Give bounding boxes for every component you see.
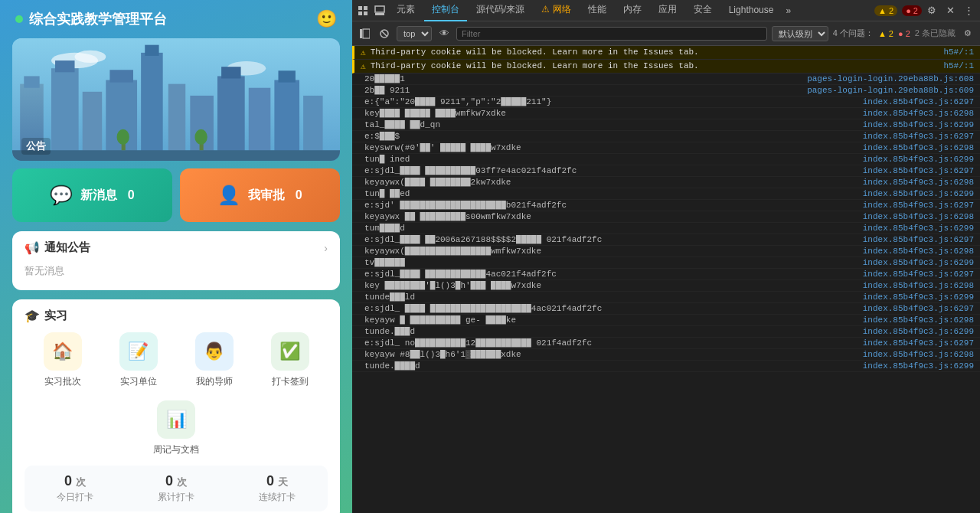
- log-link-2[interactable]: index.85b4f9c3.js:6297: [863, 97, 974, 106]
- log-text-3: key████ █████ ████wmfkw7xdke: [364, 109, 857, 118]
- svg-rect-7: [55, 60, 74, 72]
- tab-application[interactable]: 应用: [651, 0, 684, 21]
- log-link-15[interactable]: index.85b4f9c3.js:6298: [863, 247, 974, 256]
- log-link-22[interactable]: index.85b4f9c3.js:6299: [863, 327, 974, 336]
- intern-item-weekly[interactable]: 📊 周记与文档: [153, 400, 199, 456]
- log-link-18[interactable]: index.85b4f9c3.js:6298: [863, 281, 974, 290]
- sidebar-toggle-btn[interactable]: [357, 26, 372, 41]
- my-approval-card[interactable]: 👤 我审批 0: [180, 168, 340, 222]
- issues-label: 4 个问题：: [833, 28, 874, 39]
- log-line-19: tunde███ld index.85b4f9c3.js:6299: [352, 292, 980, 303]
- devtools-panel-icon[interactable]: [355, 3, 371, 18]
- log-text-22: tunde.███d: [364, 327, 857, 336]
- clear-console-btn[interactable]: [377, 26, 392, 41]
- log-link-16[interactable]: index.85b4f9c3.js:6299: [863, 258, 974, 267]
- svg-rect-32: [360, 29, 362, 38]
- log-text-18: key ████████'█l()3█h'███ ████w7xdke: [364, 281, 857, 290]
- notice-icon: 📢: [24, 240, 40, 255]
- context-select[interactable]: top: [397, 26, 432, 41]
- svg-rect-17: [249, 88, 271, 161]
- log-link-12[interactable]: index.85b4f9c3.js:6298: [863, 212, 974, 221]
- log-link-17[interactable]: index.85b4f9c3.js:6297: [863, 270, 974, 279]
- log-link-9[interactable]: index.85b4f9c3.js:6298: [863, 178, 974, 187]
- log-text-16: tv██████: [364, 258, 857, 267]
- log-link-4[interactable]: index.85b4f9c3.js:6299: [863, 120, 974, 129]
- notice-arrow[interactable]: ›: [324, 242, 328, 254]
- tab-overflow-btn[interactable]: »: [782, 5, 794, 16]
- tab-memory[interactable]: 内存: [616, 0, 649, 21]
- tab-security[interactable]: 安全: [686, 0, 720, 21]
- notice-empty-text: 暂无消息: [24, 261, 328, 281]
- log-text-23: e:sjdl_ no██████████12███████████ 021f4a…: [364, 338, 857, 348]
- log-line-1: 2b██ 9211 pages-login-login.29eba88b.js:…: [352, 85, 980, 96]
- log-link-3[interactable]: index.85b4f9c3.js:6298: [863, 109, 974, 118]
- devtools-gear-btn[interactable]: ⚙: [923, 2, 940, 19]
- svg-rect-26: [358, 6, 362, 10]
- eye-icon-btn[interactable]: 👁: [436, 26, 452, 41]
- intern-item-tutor[interactable]: 👨 我的导师: [195, 332, 234, 388]
- new-message-card[interactable]: 💬 新消息 0: [12, 168, 172, 222]
- log-level-select[interactable]: 默认级别: [772, 26, 828, 41]
- devtools-console-toolbar: top 👁 默认级别 4 个问题： ▲ 2 ● 2 2 条已隐藏 ⚙: [352, 21, 980, 46]
- total-checkin-unit: 次: [177, 476, 187, 488]
- log-link-19[interactable]: index.85b4f9c3.js:6299: [863, 292, 974, 302]
- tab-elements[interactable]: 元素: [389, 0, 423, 21]
- log-text-14: e:sjdl_████ ██2006a267188$$$$2█████ 021f…: [364, 235, 857, 244]
- log-link-23[interactable]: index.85b4f9c3.js:6297: [863, 338, 974, 348]
- log-link-1[interactable]: pages-login-login.29eba88b.js:609: [807, 86, 974, 95]
- warn-link-1[interactable]: h5#/:1: [943, 47, 974, 57]
- log-link-21[interactable]: index.85b4f9c3.js:6298: [863, 315, 974, 325]
- tab-network[interactable]: ⚠ 网络: [534, 0, 578, 21]
- log-line-2: e:{"a":"20████ 9211","p":"2█████211"} in…: [352, 96, 980, 108]
- warn-text-1: Third-party cookie will be blocked. Lear…: [371, 47, 938, 57]
- devtools-close-btn[interactable]: ✕: [942, 2, 959, 19]
- log-line-24: keyayw #8██l()3█h6'1▒██████xdke index.85…: [352, 349, 980, 361]
- approval-icon: 👤: [217, 185, 240, 206]
- log-line-25: tunde.████d index.85b4f9c3.js:6299: [352, 361, 980, 372]
- log-link-13[interactable]: index.85b4f9c3.js:6299: [863, 224, 974, 233]
- log-link-5[interactable]: index.85b4f9c3.js:6297: [863, 132, 974, 141]
- tab-console[interactable]: 控制台: [424, 0, 467, 21]
- log-link-10[interactable]: index.85b4f9c3.js:6299: [863, 189, 974, 198]
- log-text-15: keyaywx(█████████████████wmfkw7xdke: [364, 247, 857, 256]
- intern-item-checkin[interactable]: ✅ 打卡签到: [271, 332, 309, 388]
- log-link-6[interactable]: index.85b4f9c3.js:6298: [863, 143, 974, 152]
- svg-rect-10: [109, 70, 133, 82]
- log-link-14[interactable]: index.85b4f9c3.js:6297: [863, 235, 974, 244]
- log-line-10: tun█ ██ed index.85b4f9c3.js:6299: [352, 188, 980, 200]
- devtools-more-btn[interactable]: ⋮: [960, 2, 977, 19]
- intern-item-batch[interactable]: 🏠 实习批次: [44, 332, 82, 388]
- warn-link-2[interactable]: h5#/:1: [943, 61, 974, 70]
- intern-tutor-icon-wrap: 👨: [195, 332, 234, 371]
- console-settings-btn[interactable]: ⚙: [960, 26, 975, 41]
- log-link-25[interactable]: index.85b4f9c3.js:6299: [863, 361, 974, 371]
- console-messages-area[interactable]: ⚠ Third-party cookie will be blocked. Le…: [352, 46, 980, 513]
- log-line-14: e:sjdl_████ ██2006a267188$$$$2█████ 021f…: [352, 234, 980, 246]
- log-link-24[interactable]: index.85b4f9c3.js:6298: [863, 350, 974, 359]
- log-link-7[interactable]: index.85b4f9c3.js:6299: [863, 155, 974, 164]
- intern-unit-icon-wrap: 📝: [119, 332, 158, 371]
- svg-rect-27: [364, 6, 368, 10]
- log-text-10: tun█ ██ed: [364, 189, 857, 198]
- log-text-21: keyayw █ ██████████ ge- ████ke: [364, 315, 857, 325]
- tab-lighthouse[interactable]: Lighthouse: [721, 0, 782, 21]
- intern-item-unit[interactable]: 📝 实习单位: [119, 332, 158, 388]
- log-link-0[interactable]: pages-login-login.29eba88b.js:608: [807, 74, 974, 83]
- devtools-dock-icon[interactable]: [372, 3, 387, 18]
- log-text-17: e:sjdl_████ ████████████4ac021f4adf2fc: [364, 270, 857, 279]
- intern-weekly-label: 周记与文档: [153, 443, 199, 456]
- log-line-4: tal_████ ██d_qn index.85b4f9c3.js:6299: [352, 119, 980, 131]
- log-link-20[interactable]: index.85b4f9c3.js:6297: [863, 304, 974, 313]
- today-checkin-label: 今日打卡: [57, 491, 93, 504]
- intern-checkin-icon-wrap: ✅: [271, 332, 309, 371]
- svg-point-23: [117, 129, 129, 145]
- tab-performance[interactable]: 性能: [580, 0, 614, 21]
- smiley-icon[interactable]: 🙂: [316, 9, 337, 29]
- tab-sources[interactable]: 源代码/来源: [469, 0, 532, 21]
- log-line-20: e:sjdl_ ████ ████████████████████4ac021f…: [352, 303, 980, 315]
- svg-rect-19: [278, 70, 295, 82]
- svg-rect-33: [363, 29, 370, 38]
- log-link-8[interactable]: index.85b4f9c3.js:6297: [863, 166, 974, 175]
- filter-input[interactable]: [456, 27, 767, 41]
- log-link-11[interactable]: index.85b4f9c3.js:6297: [863, 201, 974, 210]
